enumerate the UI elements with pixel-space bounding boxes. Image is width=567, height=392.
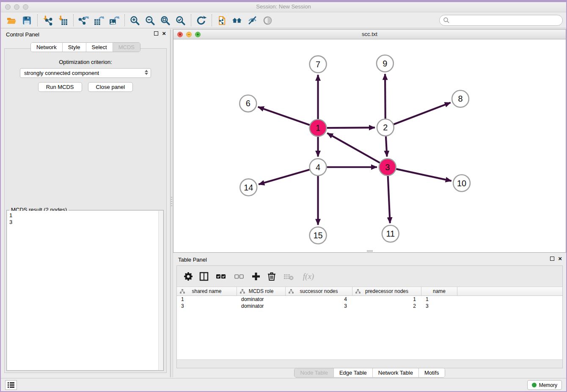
tab-mcds[interactable]: MCDS bbox=[113, 43, 140, 52]
import-table-button[interactable] bbox=[55, 14, 71, 27]
edge-2-8[interactable] bbox=[394, 102, 450, 124]
node-14[interactable]: 14 bbox=[240, 179, 257, 196]
zoom-in-button[interactable] bbox=[127, 14, 143, 27]
column-label: name bbox=[433, 288, 446, 294]
result-scrollbar[interactable] bbox=[158, 211, 163, 370]
table-row[interactable]: 1dominator411 bbox=[177, 296, 562, 303]
edge-3-1[interactable] bbox=[327, 133, 380, 163]
node-2[interactable]: 2 bbox=[377, 119, 394, 136]
column-header-predecessor-nodes[interactable]: predecessor nodes bbox=[352, 287, 421, 295]
select-all-button[interactable] bbox=[215, 270, 227, 283]
function-builder-button[interactable]: f(x) bbox=[299, 270, 318, 283]
column-header-name[interactable]: name bbox=[421, 287, 457, 295]
search-input[interactable] bbox=[439, 15, 563, 26]
close-panel-button[interactable]: Close panel bbox=[88, 82, 133, 92]
node-9[interactable]: 9 bbox=[377, 55, 394, 72]
table-cell[interactable]: 1 bbox=[352, 296, 421, 303]
column-header-shared-name[interactable]: shared name bbox=[177, 287, 237, 295]
edge-3-11[interactable] bbox=[388, 176, 390, 224]
network-window-title: scc.txt bbox=[173, 31, 566, 37]
tab-network-table[interactable]: Network Table bbox=[372, 368, 418, 377]
column-header-MCDS-role[interactable]: MCDS role bbox=[237, 287, 286, 295]
table-cell[interactable]: dominator bbox=[237, 303, 286, 309]
network-window-titlebar[interactable]: × − + scc.txt bbox=[173, 30, 566, 39]
close-panel-icon[interactable]: × bbox=[162, 31, 166, 36]
run-mcds-button[interactable]: Run MCDS bbox=[38, 82, 82, 92]
import-network-button[interactable] bbox=[40, 14, 55, 27]
node-4[interactable]: 4 bbox=[310, 159, 327, 176]
splitter-grip[interactable] bbox=[171, 197, 172, 206]
home-icon bbox=[232, 15, 243, 26]
column-label: predecessor nodes bbox=[365, 288, 408, 294]
table-cell[interactable]: 4 bbox=[286, 296, 352, 303]
edge-4-14[interactable] bbox=[259, 170, 309, 185]
network-view-window: × − + scc.txt 7968124314101511 bbox=[173, 29, 566, 253]
node-6[interactable]: 6 bbox=[239, 95, 256, 112]
node-label: 7 bbox=[316, 60, 320, 69]
table-panel-title: Table Panel bbox=[178, 257, 207, 263]
tab-style[interactable]: Style bbox=[62, 43, 86, 52]
float-table-panel-icon[interactable] bbox=[550, 257, 554, 261]
node-3[interactable]: 3 bbox=[379, 159, 396, 176]
add-column-button[interactable] bbox=[250, 270, 262, 283]
edge-3-10[interactable] bbox=[396, 169, 451, 181]
zoom-out-button[interactable] bbox=[143, 14, 158, 27]
panel-mode-button[interactable] bbox=[198, 270, 210, 283]
table-cell[interactable]: 3 bbox=[286, 303, 352, 309]
unselect-all-button[interactable] bbox=[233, 270, 245, 283]
export-table-button[interactable] bbox=[91, 14, 107, 27]
delete-table-button[interactable] bbox=[282, 270, 295, 283]
table-row[interactable]: 3dominator323 bbox=[177, 303, 562, 309]
home-button[interactable] bbox=[230, 14, 245, 27]
float-panel-icon[interactable] bbox=[154, 31, 158, 36]
refresh-button[interactable] bbox=[194, 14, 209, 27]
tab-motifs[interactable]: Motifs bbox=[418, 368, 445, 377]
table-cell[interactable]: 1 bbox=[177, 296, 237, 303]
edge-1-6[interactable] bbox=[258, 107, 310, 125]
control-panel-header: Control Panel × bbox=[1, 29, 170, 40]
duplicate-network-button[interactable] bbox=[215, 14, 230, 27]
node-1[interactable]: 1 bbox=[310, 119, 327, 136]
tab-select[interactable]: Select bbox=[86, 43, 113, 52]
edge-2-3[interactable] bbox=[386, 136, 387, 157]
table-cell[interactable]: dominator bbox=[237, 296, 286, 303]
table-cell[interactable]: 3 bbox=[421, 303, 457, 309]
close-table-panel-icon[interactable]: × bbox=[558, 257, 562, 261]
vertical-splitter[interactable] bbox=[170, 29, 173, 377]
mcds-result-text[interactable]: 1 3 bbox=[7, 211, 158, 370]
save-session-button[interactable] bbox=[19, 14, 35, 27]
zoom-selected-button[interactable] bbox=[173, 14, 188, 27]
delete-table-icon bbox=[284, 271, 294, 282]
edge-1-2[interactable] bbox=[327, 127, 375, 128]
export-network-icon bbox=[78, 15, 89, 26]
tab-node-table[interactable]: Node Table bbox=[295, 368, 333, 377]
export-image-button[interactable] bbox=[107, 14, 122, 27]
tab-network[interactable]: Network bbox=[31, 43, 62, 52]
column-type-icon bbox=[180, 289, 185, 295]
table-cell[interactable]: 2 bbox=[352, 303, 421, 309]
node-8[interactable]: 8 bbox=[452, 91, 469, 108]
task-list-icon bbox=[7, 382, 15, 389]
memory-button[interactable]: Memory bbox=[527, 380, 562, 390]
node-10[interactable]: 10 bbox=[453, 175, 470, 192]
export-network-button[interactable] bbox=[76, 14, 91, 27]
open-session-button[interactable] bbox=[4, 14, 19, 27]
node-11[interactable]: 11 bbox=[382, 225, 399, 242]
node-7[interactable]: 7 bbox=[310, 56, 327, 73]
task-history-button[interactable] bbox=[5, 380, 17, 390]
table-cell[interactable]: 3 bbox=[177, 303, 237, 309]
table-cell[interactable]: 1 bbox=[421, 296, 457, 303]
zoom-fit-button[interactable] bbox=[158, 14, 173, 27]
network-canvas[interactable]: 7968124314101511 bbox=[173, 39, 566, 252]
column-header-successor-nodes[interactable]: successor nodes bbox=[286, 287, 352, 295]
table-options-button[interactable] bbox=[182, 270, 195, 283]
hide-graphics-details-button[interactable] bbox=[245, 14, 260, 27]
birds-eye-view-button[interactable] bbox=[260, 14, 275, 27]
node-15[interactable]: 15 bbox=[310, 227, 327, 244]
tab-edge-table[interactable]: Edge Table bbox=[333, 368, 372, 377]
delete-column-button[interactable] bbox=[265, 270, 278, 283]
criterion-select[interactable]: strongly connected component bbox=[20, 68, 151, 78]
canvas-resize-grip[interactable] bbox=[367, 250, 373, 252]
edge-2-9[interactable] bbox=[385, 74, 385, 119]
network-graph[interactable]: 7968124314101511 bbox=[173, 39, 566, 252]
